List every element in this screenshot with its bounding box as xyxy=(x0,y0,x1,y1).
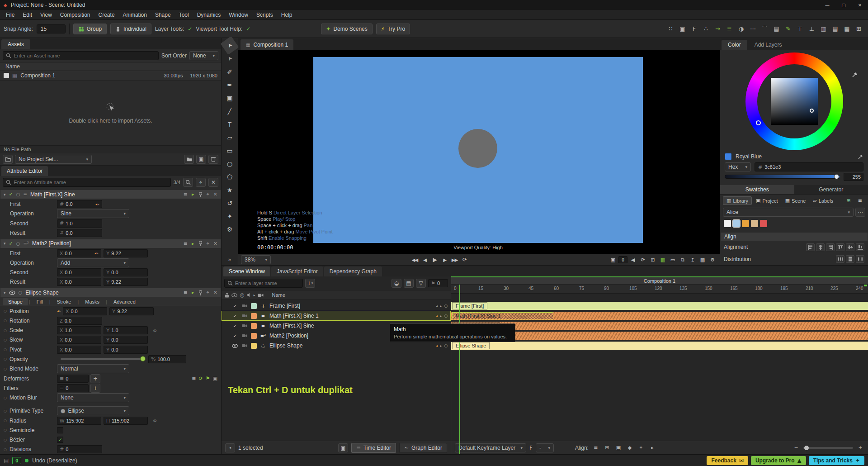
transform-tool[interactable]: ▱ xyxy=(223,131,236,144)
select-column-icon[interactable]: ▸ xyxy=(253,293,255,297)
tips-and-tricks-button[interactable]: Tips and Tricks✦ xyxy=(809,456,864,465)
track-frame-first[interactable]: Frame [First] xyxy=(451,301,868,311)
viewport-tab-composition-1[interactable]: ▦ Composition 1 xyxy=(241,39,293,50)
second-value-field[interactable]: #1.0 xyxy=(57,219,102,228)
tab-dependency-graph[interactable]: Dependency Graph xyxy=(324,266,382,276)
sort-order-dropdown[interactable]: None▾ xyxy=(189,51,218,60)
demo-scenes-button[interactable]: ✦ Demo Scenes xyxy=(321,24,372,34)
result-value-field[interactable]: #0.0 xyxy=(57,229,102,237)
tool-overflow-button[interactable]: » xyxy=(228,257,231,263)
camera-tool[interactable]: ▣ xyxy=(223,91,236,105)
arc-icon[interactable]: ⌒ xyxy=(759,24,770,34)
zoom-dropdown[interactable]: 38%▾ xyxy=(241,255,271,264)
align-bottom-icon[interactable]: ⊥ xyxy=(806,24,817,34)
audio-icon[interactable]: ◀ xyxy=(628,256,637,264)
menu-file[interactable]: File xyxy=(2,12,19,18)
export-icon[interactable]: ↥ xyxy=(688,256,697,264)
keyframe-nav-icon[interactable]: ▸ xyxy=(192,290,194,295)
viewport-canvas[interactable]: Hold S Direct Layer Selection Space Play… xyxy=(238,50,720,254)
swatch-orange[interactable] xyxy=(742,220,749,227)
line-tool[interactable]: ╱ xyxy=(223,105,236,118)
frame-icon[interactable]: F xyxy=(689,24,700,34)
more-icon[interactable]: ⋯ xyxy=(747,24,759,34)
align-center-h-icon[interactable] xyxy=(816,243,825,251)
operation-dropdown[interactable]: Sine▾ xyxy=(57,209,129,218)
rectangle-tool[interactable]: ▭ xyxy=(223,144,236,157)
scale-x-field[interactable]: X1.0 xyxy=(57,326,101,334)
go-to-start-button[interactable]: ◀◀ xyxy=(410,256,419,264)
sv-selector[interactable] xyxy=(810,109,814,113)
tab-fill[interactable]: Fill xyxy=(31,298,48,305)
keyframe-circle-icon[interactable]: ○ xyxy=(16,241,20,246)
filters-field[interactable]: ≡0 xyxy=(57,384,89,392)
primitive-type-dropdown[interactable]: ●Ellipse▾ xyxy=(57,406,129,415)
scene-frame-field[interactable]: ⚑0 xyxy=(428,279,448,287)
rows-icon[interactable]: ▤ xyxy=(830,24,841,34)
clear-search-button[interactable]: ✕ xyxy=(208,178,218,187)
keyframe-prev-icon[interactable]: ◂ xyxy=(95,202,97,206)
enabled-check-icon[interactable]: ✓ xyxy=(232,304,238,309)
audio-icon[interactable] xyxy=(246,293,251,297)
parent-right-icon[interactable]: ▸ xyxy=(440,314,442,318)
grid2-icon[interactable]: ▦ xyxy=(841,24,853,34)
swatch-tan[interactable] xyxy=(751,220,758,227)
camera-column-icon[interactable] xyxy=(258,293,264,297)
keyframe-layer-dropdown[interactable]: Default Keyframe Layer▾ xyxy=(455,443,526,452)
close-button[interactable]: ✕ xyxy=(852,0,868,10)
palette-more-button[interactable]: ⋯ xyxy=(855,208,865,217)
camera-toggle-icon[interactable] xyxy=(241,344,248,347)
eye-icon[interactable] xyxy=(231,293,237,297)
screen-icon[interactable]: ▭ xyxy=(668,256,677,264)
dual-screen-icon[interactable]: ⧉ xyxy=(678,256,687,264)
parent-right-icon[interactable]: ▸ xyxy=(440,304,442,308)
keyframe-toggle-icon[interactable]: ○ xyxy=(4,309,7,313)
pixel-preview-icon[interactable]: ▦ xyxy=(658,256,667,264)
camera-toggle-icon[interactable] xyxy=(241,324,248,328)
solo-icon[interactable]: ⌖ xyxy=(207,241,209,247)
menu-edit[interactable]: Edit xyxy=(19,12,36,18)
delete-button[interactable] xyxy=(208,155,218,164)
rotation-z-field[interactable]: Z0.0 xyxy=(57,317,102,325)
timeline-zoom-handle[interactable] xyxy=(804,446,809,450)
mixer-icon[interactable]: ≡ xyxy=(184,191,188,197)
labels-tab[interactable]: ▱Labels xyxy=(810,197,836,204)
second-y-field[interactable]: Y0.0 xyxy=(104,268,148,276)
scene-tab[interactable]: ▦Scene xyxy=(782,197,809,204)
align-left-icon[interactable] xyxy=(806,243,815,251)
swatch-white[interactable] xyxy=(724,220,731,227)
flatten-icon[interactable]: ▤ xyxy=(404,279,414,288)
effects-tool[interactable]: ✦ xyxy=(223,209,236,223)
ellipse-shape-object[interactable] xyxy=(458,129,497,168)
color-wheel[interactable] xyxy=(720,50,868,151)
alpha-slider[interactable] xyxy=(725,175,840,179)
asset-row-composition-1[interactable]: ▦ Composition 1 30.00fps1920 x 1080 xyxy=(0,71,221,81)
tab-masks[interactable]: Masks xyxy=(80,298,105,305)
radius-h-field[interactable]: H115.902 xyxy=(104,417,148,425)
menu-window[interactable]: Window xyxy=(225,12,252,18)
mixer-icon[interactable]: ≡ xyxy=(184,241,188,247)
deformer-flag-icon[interactable]: ⚑ xyxy=(206,376,210,381)
timeline-composition-header[interactable]: Composition 1 xyxy=(451,277,868,285)
enabled-check-icon[interactable]: ✓ xyxy=(9,191,13,197)
opacity-slider[interactable] xyxy=(61,358,145,360)
scatter-icon[interactable]: ∴ xyxy=(700,24,712,34)
viewport-tool-help-check-icon[interactable]: ✓ xyxy=(246,26,250,32)
enabled-check-icon[interactable]: ✓ xyxy=(9,241,13,247)
layout-icon[interactable]: ⊞ xyxy=(853,24,864,34)
panel-button[interactable]: ▣ xyxy=(196,155,206,164)
layer-row-frame-first[interactable]: ✓ ✛ Frame [First] ◂▸○ xyxy=(222,301,451,311)
deformers-field[interactable]: ≡0 xyxy=(57,375,89,383)
tab-add-layers[interactable]: Add Layers xyxy=(748,40,788,50)
section-math-sine-header[interactable]: ▾ ✓ ○ = Math [First.X] Sine ≡ ▸ ⌖ ✕ xyxy=(0,190,221,199)
distribute-spacing-icon[interactable] xyxy=(856,255,864,263)
grid-icon[interactable]: ⊞ xyxy=(648,256,657,264)
layer-color-chip[interactable] xyxy=(251,303,257,309)
align-top-icon[interactable]: ⊤ xyxy=(794,24,806,34)
bezier-checkbox[interactable]: ✓ xyxy=(57,437,63,443)
contrast-icon[interactable]: ◑ xyxy=(736,24,747,34)
link-circle-icon[interactable]: ○ xyxy=(444,304,448,308)
layer-color-chip[interactable] xyxy=(251,323,257,329)
tab-stroke[interactable]: Stroke xyxy=(52,298,77,305)
operation-dropdown[interactable]: Add▾ xyxy=(57,258,129,267)
scale-y-field[interactable]: Y1.0 xyxy=(104,326,148,334)
